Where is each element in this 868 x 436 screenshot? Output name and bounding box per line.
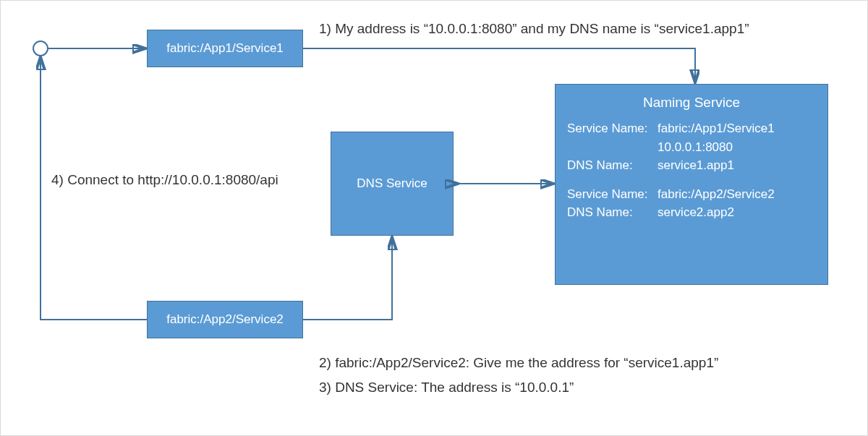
node-dns-label: DNS Service — [357, 176, 427, 191]
label-step1: 1) My address is “10.0.0.1:8080” and my … — [319, 21, 749, 37]
entry1-servicename-val: fabric:/App1/Service1 — [658, 119, 816, 138]
entry1-address-key — [567, 138, 658, 157]
conn-service2-circle — [41, 59, 147, 320]
node-naming-service: Naming Service Service Name: fabric:/App… — [555, 84, 828, 285]
conn-service2-dns — [303, 239, 392, 320]
naming-title: Naming Service — [567, 95, 816, 111]
label-step2: 2) fabric:/App2/Service2: Give me the ad… — [319, 355, 718, 371]
entry1-servicename-key: Service Name: — [567, 119, 658, 138]
entry1-address-val: 10.0.0.1:8080 — [658, 138, 816, 157]
entry2-dns-key: DNS Name: — [567, 203, 658, 222]
start-node-circle — [33, 40, 48, 56]
node-dns-service: DNS Service — [331, 132, 454, 236]
node-service2-label: fabric:/App2/Service2 — [166, 312, 284, 327]
entry1-dns-val: service1.app1 — [658, 156, 816, 175]
label-step4: 4) Connect to http://10.0.0.1:8080/api — [51, 172, 278, 188]
label-step3: 3) DNS Service: The address is “10.0.0.1… — [319, 380, 574, 396]
node-service1-label: fabric:/App1/Service1 — [166, 41, 284, 56]
entry2-servicename-val: fabric:/App2/Service2 — [658, 185, 816, 204]
entry2-servicename-key: Service Name: — [567, 185, 658, 204]
diagram-canvas: fabric:/App1/Service1 fabric:/App2/Servi… — [0, 0, 868, 436]
node-service2: fabric:/App2/Service2 — [147, 301, 303, 338]
node-service1: fabric:/App1/Service1 — [147, 30, 303, 67]
entry2-dns-val: service2.app2 — [658, 203, 816, 222]
entry1-dns-key: DNS Name: — [567, 156, 658, 175]
conn-service1-naming — [303, 48, 695, 81]
